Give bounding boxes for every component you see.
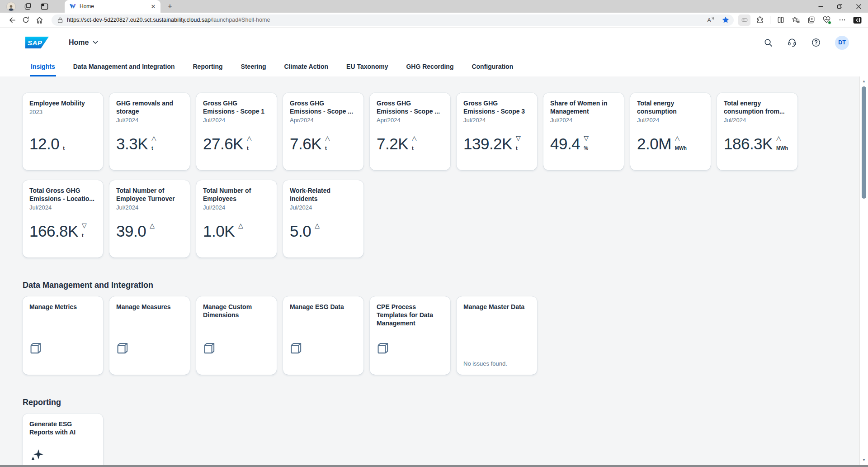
kpi-title: Gross GHG Emissions - Scope 3: [463, 99, 530, 115]
refresh-button[interactable]: [19, 14, 33, 26]
card-generate-esg-reports-ai[interactable]: Generate ESG Reports with AI: [23, 414, 103, 466]
close-button[interactable]: [849, 0, 868, 13]
space-title: Home: [69, 38, 89, 47]
nav-tab-eu-taxonomy[interactable]: EU Taxonomy: [345, 57, 389, 76]
document-box-icon: [203, 342, 270, 356]
card-manage-measures[interactable]: Manage Measures: [109, 296, 190, 375]
kpi-title: Work-Related Incidents: [290, 186, 357, 203]
kpi-tile[interactable]: Gross GHG Emissions - Scope ... Apr/2024…: [370, 93, 450, 170]
password-icon[interactable]: [738, 14, 750, 26]
nav-tab-data-management[interactable]: Data Management and Integration: [72, 57, 176, 76]
kpi-tile[interactable]: Total Number of Employee Turnover Jul/20…: [109, 180, 190, 257]
card-title: Manage Custom Dimensions: [203, 303, 270, 319]
kpi-title: GHG removals and storage: [116, 99, 183, 115]
browser-tab[interactable]: Home ✕: [65, 0, 160, 13]
split-screen-icon[interactable]: [774, 14, 787, 26]
kpi-subtitle: Jul/2024: [203, 204, 270, 211]
kpi-subtitle: Jul/2024: [724, 116, 791, 124]
address-bar[interactable]: https://sct-dev-5d2z08z7.eu20.sct.sustai…: [52, 14, 734, 26]
card-manage-metrics[interactable]: Manage Metrics: [23, 296, 103, 375]
minimize-button[interactable]: [811, 0, 830, 13]
kpi-unit: %: [584, 146, 589, 151]
favorite-star-icon[interactable]: [722, 16, 729, 24]
kpi-tile[interactable]: Share of Women in Management Jul/2024 49…: [543, 93, 624, 170]
kpi-tile[interactable]: Gross GHG Emissions - Scope 1 Jul/2024 2…: [196, 93, 277, 170]
nav-tab-climate-action[interactable]: Climate Action: [283, 57, 330, 76]
card-title: Manage Metrics: [29, 303, 96, 311]
nav-tab-steering[interactable]: Steering: [240, 57, 267, 76]
kpi-tile[interactable]: Total Gross GHG Emissions - Locatio... J…: [23, 180, 103, 257]
sidebar-toggle-icon[interactable]: [851, 14, 863, 26]
nav-tab-insights[interactable]: Insights: [30, 57, 56, 76]
trend-icon: △: [151, 135, 156, 141]
restore-button[interactable]: [830, 0, 849, 13]
scrollbar-down-icon[interactable]: ▼: [860, 458, 868, 462]
back-button[interactable]: [5, 14, 19, 26]
kpi-tile[interactable]: Employee Mobility 2023 12.0 t: [23, 93, 103, 170]
extensions-icon[interactable]: [754, 14, 766, 26]
kpi-subtitle: Jul/2024: [463, 116, 530, 124]
read-aloud-button[interactable]: A: [707, 17, 715, 24]
trend-icon: △: [150, 223, 155, 229]
kpi-tile[interactable]: GHG removals and storage Jul/2024 3.3K △…: [109, 93, 190, 170]
kpi-tile[interactable]: Total Number of Employees Jul/2024 1.0K …: [196, 180, 277, 257]
kpi-tile[interactable]: Work-Related Incidents Jul/2024 5.0 △: [283, 180, 363, 257]
tab-close-icon[interactable]: ✕: [150, 3, 157, 10]
user-avatar[interactable]: DT: [835, 36, 849, 50]
kpi-subtitle: Jul/2024: [116, 116, 183, 124]
insights-content: Employee Mobility 2023 12.0 t GHG remova…: [0, 76, 868, 466]
kpi-value: 39.0: [116, 222, 146, 240]
document-box-icon: [290, 342, 357, 356]
toolbar-divider: [770, 16, 770, 24]
home-button[interactable]: [33, 14, 46, 26]
browser-essentials-icon[interactable]: [821, 14, 833, 26]
page-scrollbar[interactable]: ▲ ▼: [859, 76, 868, 466]
nav-tab-ghg-recording[interactable]: GHG Recording: [405, 57, 454, 76]
support-icon[interactable]: [787, 38, 797, 48]
trend-icon: ▽: [82, 223, 87, 229]
tab-favicon: [69, 3, 76, 10]
kpi-subtitle: Jul/2024: [203, 116, 270, 124]
card-title: CPE Process Templates for Data Managemen…: [377, 303, 443, 327]
kpi-unit: MWh: [776, 146, 788, 151]
kpi-tile[interactable]: Total energy consumption Jul/2024 2.0M △…: [630, 93, 711, 170]
kpi-tile[interactable]: Total energy consumption from... Jul/202…: [717, 93, 797, 170]
nav-tab-configuration[interactable]: Configuration: [471, 57, 514, 76]
more-icon[interactable]: [836, 14, 848, 26]
search-icon[interactable]: [763, 38, 773, 48]
ai-sparkle-icon: [29, 449, 96, 462]
scrollbar-up-icon[interactable]: ▲: [860, 79, 868, 83]
collections-icon[interactable]: [805, 14, 817, 26]
profile-avatar[interactable]: [6, 2, 16, 11]
sap-logo: SAP: [25, 37, 49, 48]
card-cpe-process-templates[interactable]: CPE Process Templates for Data Managemen…: [370, 296, 450, 375]
card-manage-esg-data[interactable]: Manage ESG Data: [283, 296, 363, 375]
kpi-tile[interactable]: Gross GHG Emissions - Scope ... Apr/2024…: [283, 93, 363, 170]
chevron-down-icon: [93, 41, 98, 44]
essentials-status-dot: [828, 21, 831, 24]
new-tab-button[interactable]: +: [164, 0, 176, 12]
window-bottom-edge: [0, 465, 868, 467]
kpi-title: Total energy consumption from...: [724, 99, 791, 115]
scrollbar-thumb[interactable]: [862, 86, 866, 199]
nav-tab-reporting[interactable]: Reporting: [192, 57, 223, 76]
help-icon[interactable]: [811, 38, 821, 48]
document-box-icon: [116, 342, 183, 356]
kpi-value: 49.4: [550, 135, 580, 153]
kpi-subtitle: Jul/2024: [550, 116, 617, 124]
vertical-tabs-icon[interactable]: [40, 2, 48, 10]
kpi-title: Employee Mobility: [29, 99, 96, 107]
kpi-title: Total energy consumption: [637, 99, 704, 115]
space-title-menu[interactable]: Home: [69, 38, 98, 47]
kpi-title: Total Number of Employees: [203, 186, 270, 203]
kpi-unit: t: [412, 146, 417, 151]
trend-icon: ▽: [584, 135, 589, 141]
card-manage-master-data[interactable]: Manage Master Data No issues found.: [457, 296, 537, 375]
trend-icon: △: [315, 223, 320, 229]
workspaces-icon[interactable]: [24, 2, 32, 10]
kpi-tile[interactable]: Gross GHG Emissions - Scope 3 Jul/2024 1…: [457, 93, 537, 170]
card-manage-custom-dimensions[interactable]: Manage Custom Dimensions: [196, 296, 277, 375]
section-title-dmi: Data Management and Integration: [23, 280, 856, 290]
browser-titlebar: Home ✕ +: [0, 0, 868, 13]
favorites-bar-icon[interactable]: [790, 14, 802, 26]
